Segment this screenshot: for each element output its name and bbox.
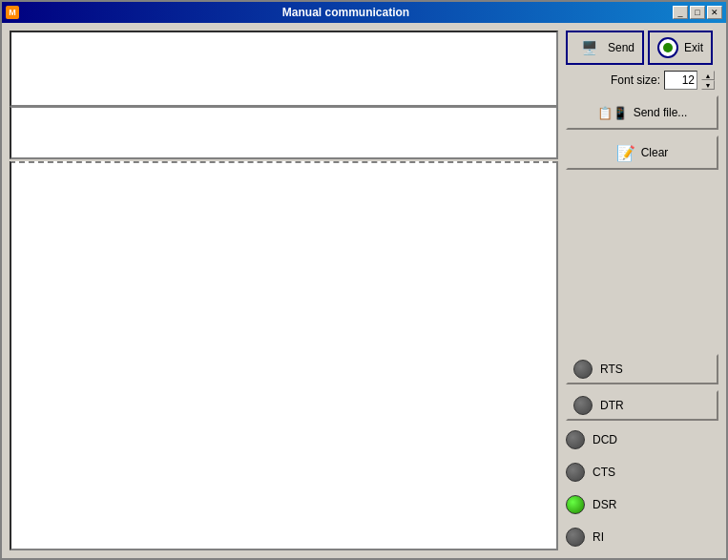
maximize-button[interactable]: □ [690, 6, 705, 19]
dcd-led [566, 430, 585, 449]
dcd-label: DCD [593, 433, 617, 446]
font-size-input[interactable] [664, 71, 697, 90]
window-content: 🖥️ Send Exit Font size: ▲ ▼ [2, 23, 726, 558]
ri-indicator: RI [566, 524, 718, 550]
send-button[interactable]: 🖥️ Send [566, 31, 644, 65]
spacer [566, 176, 718, 348]
font-size-spinner: ▲ ▼ [701, 71, 715, 90]
dsr-indicator: DSR [566, 491, 718, 518]
window-title: Manual communication [19, 6, 673, 19]
rts-led [573, 360, 593, 379]
exit-button[interactable]: Exit [648, 31, 713, 65]
close-button[interactable]: ✕ [707, 6, 722, 19]
ri-led [566, 528, 585, 547]
left-panel [10, 31, 558, 550]
title-bar-buttons: _ □ ✕ [673, 6, 722, 19]
send-label: Send [608, 41, 634, 54]
cts-led [566, 463, 585, 482]
rts-button[interactable]: RTS [566, 354, 718, 384]
send-icon: 🖥️ [575, 37, 602, 58]
rts-label: RTS [600, 363, 623, 376]
clear-button[interactable]: 📝 Clear [566, 135, 718, 170]
exit-icon [657, 37, 678, 58]
clear-icon: 📝 [616, 144, 635, 162]
font-size-row: Font size: ▲ ▼ [566, 71, 718, 90]
dsr-label: DSR [593, 498, 616, 511]
title-bar: M Manual communication _ □ ✕ [2, 2, 726, 23]
dtr-label: DTR [600, 399, 624, 412]
dtr-button[interactable]: DTR [566, 390, 718, 421]
right-panel: 🖥️ Send Exit Font size: ▲ ▼ [566, 31, 718, 550]
cts-label: CTS [593, 466, 615, 479]
exit-label: Exit [684, 41, 703, 54]
cts-indicator: CTS [566, 459, 718, 486]
send-file-label: Send file... [634, 106, 688, 119]
ri-label: RI [593, 530, 604, 544]
output-text-area[interactable] [10, 161, 558, 550]
send-file-icon: 📋📱 [597, 106, 628, 120]
font-size-down-button[interactable]: ▼ [701, 80, 715, 90]
dcd-indicator: DCD [566, 426, 718, 453]
exit-icon-inner [663, 43, 673, 52]
main-window: M Manual communication _ □ ✕ 🖥️ Send [0, 0, 728, 560]
middle-text-area[interactable] [10, 107, 558, 159]
top-buttons: 🖥️ Send Exit [566, 31, 718, 65]
font-size-label: Font size: [611, 73, 660, 87]
dsr-led [566, 495, 585, 514]
dtr-led [573, 396, 593, 415]
input-text-area[interactable] [10, 31, 558, 107]
title-bar-left: M [6, 6, 19, 19]
send-file-button[interactable]: 📋📱 Send file... [566, 95, 718, 130]
app-icon: M [6, 6, 19, 19]
clear-label: Clear [641, 146, 669, 159]
minimize-button[interactable]: _ [673, 6, 688, 19]
font-size-up-button[interactable]: ▲ [701, 71, 715, 80]
